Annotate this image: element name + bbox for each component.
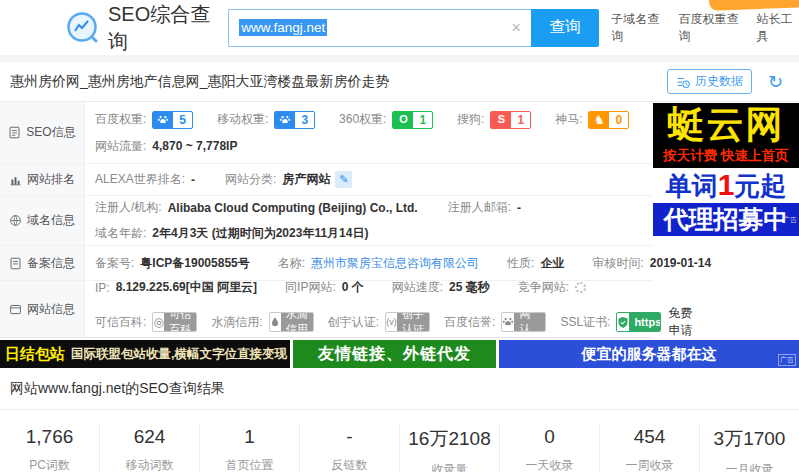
site-rank-label: 网站排名: [0, 164, 85, 195]
water-drop-icon: [270, 313, 281, 331]
history-list-clock-icon: [676, 75, 690, 89]
app-title: SEO综合查询: [108, 1, 214, 55]
360-icon: O: [393, 111, 413, 129]
loading-spinner-icon: [575, 282, 586, 293]
icp-number: 备案号: 粤ICP备19005855号: [95, 255, 250, 272]
v-circle-icon: (v): [386, 313, 397, 331]
refresh-icon[interactable]: ↻: [768, 73, 783, 91]
row-seo-info: SEO信息 百度权重: 5 移动权重:: [0, 102, 653, 164]
side-ad-price: 单词1元起: [653, 168, 799, 203]
baidu-paw-icon: [153, 111, 173, 129]
corner-ribbon: [709, 0, 799, 11]
search-bar: www.fangj.net × 查询: [228, 9, 599, 47]
shenma-weight-badge[interactable]: ♞ 0: [588, 111, 629, 129]
baidu-pc-weight-badge[interactable]: 5: [152, 111, 193, 129]
ad-tag: 广告: [778, 354, 796, 366]
icp-company-link[interactable]: 惠州市聚房宝信息咨询有限公司: [311, 255, 479, 272]
stat-backlinks[interactable]: - 反链数: [300, 424, 400, 472]
seo-info-label: SEO信息: [0, 102, 85, 163]
results-section: 网站www.fangj.net的SEO查询结果 1,766 PC词数 624 移…: [0, 368, 799, 472]
bottom-ad-cheap-servers[interactable]: 便宜的服务器都在这 广告: [499, 340, 799, 368]
baidu-paw-icon: [502, 313, 514, 331]
alexa-rank: ALEXA世界排名: -: [95, 171, 195, 188]
header-divider: [0, 55, 799, 62]
side-ad-banner[interactable]: 蜓云网 按天计费 快速上首页 单词1元起 代理招募中 广告: [653, 103, 799, 236]
baidu-mobile-weight-badge[interactable]: 3: [274, 111, 315, 129]
registrant: 注册人/机构: Alibaba Cloud Computing (Beijing…: [95, 199, 418, 216]
so360-weight-badge[interactable]: O 1: [392, 111, 433, 129]
water-drop-credit-badge[interactable]: 水滴信用: [269, 312, 314, 332]
results-title: 网站www.fangj.net的SEO查询结果: [0, 380, 799, 410]
ssl-cert: SSL证书: https: 免费申请: [560, 305, 701, 339]
search-input[interactable]: www.fangj.net ×: [228, 9, 531, 47]
row-icp-info: 备案信息 备案号: 粤ICP备19005855号 名称: 惠州市聚房宝信息咨询有…: [0, 246, 653, 281]
edit-icon: ✎: [339, 173, 348, 186]
ssl-https-badge[interactable]: https:: [616, 312, 660, 332]
same-ip-sites: 同IP网站: 0 个: [285, 279, 364, 296]
nav-subdomain-query[interactable]: 子域名查询: [611, 11, 664, 45]
baidu-paw-icon: [275, 111, 295, 129]
clear-icon[interactable]: ×: [511, 19, 521, 36]
sogou-weight: 搜狗: S 1: [457, 111, 531, 129]
globe-icon: [9, 214, 22, 227]
bottom-ad-daily-settlement[interactable]: 日结包站 国际联盟包站收量,横幅文字位直接变现: [0, 340, 290, 368]
file-icon: [9, 257, 22, 270]
metric-value: 3: [295, 113, 314, 127]
icp-info-label: 备案信息: [0, 246, 85, 280]
baidu-pc-weight: 百度权重: 5: [95, 111, 193, 129]
stat-homepage-position[interactable]: 1 首页位置: [200, 424, 300, 472]
header: SEO综合查询 www.fangj.net × 查询 子域名查询 百度权重查询 …: [0, 0, 799, 55]
domain-info-label: 域名信息: [0, 196, 85, 245]
stat-one-day-indexed[interactable]: 0 一天收录: [500, 424, 600, 472]
side-ad-slogan: 按天计费 快速上首页: [653, 147, 799, 165]
icp-nature: 性质: 企业: [507, 255, 564, 272]
info-table: SEO信息 百度权重: 5 移动权重:: [0, 102, 653, 338]
metric-value: 1: [413, 113, 432, 127]
bottom-ad-row: 日结包站 国际联盟包站收量,横幅文字位直接变现 友情链接、外链代发 便宜的服务器…: [0, 340, 799, 368]
baidu-official-badge[interactable]: 官网认证: [501, 312, 546, 332]
seo-query-page: SEO综合查询 www.fangj.net × 查询 子域名查询 百度权重查询 …: [0, 0, 799, 472]
header-nav: 子域名查询 百度权重查询 站长工具: [611, 11, 799, 45]
logo[interactable]: SEO综合查询: [66, 1, 214, 55]
stat-pc-keywords[interactable]: 1,766 PC词数: [0, 424, 100, 472]
cert-water-drop: 水滴信用: 水滴信用: [211, 312, 313, 332]
cert-chuangyu: 创宇认证: (v) 创宇认证: [328, 312, 430, 332]
metric-value: 5: [173, 113, 192, 127]
row-site-rank: 网站排名 ALEXA世界排名: - 网站分类: 房产网站 ✎: [0, 164, 653, 196]
nav-baidu-weight-query[interactable]: 百度权重查询: [679, 11, 743, 45]
stat-one-week-indexed[interactable]: 454 一周收录: [600, 424, 700, 472]
stat-indexed-pages[interactable]: 16万2108 收录量: [400, 424, 500, 472]
ssl-free-apply-link[interactable]: 免费申请: [669, 305, 701, 339]
site-speed: 网站速度: 25 毫秒: [392, 279, 490, 296]
stats-grid: 1,766 PC词数 624 移动词数 1 首页位置 - 反链数 16万2108…: [0, 424, 799, 472]
nav-webmaster-tools[interactable]: 站长工具: [756, 11, 799, 45]
cert-trust-baike: 可信百科: ◎ 可信百科: [95, 312, 197, 332]
row-site-info: 网站信息 IP: 8.129.225.69[中国 阿里云] 同IP网站: 0 个…: [0, 281, 653, 338]
metric-value: 1: [511, 113, 530, 127]
baidu-mobile-weight: 移动权重: 3: [217, 111, 315, 129]
sogou-icon: S: [491, 111, 511, 129]
history-data-button[interactable]: 历史数据: [667, 69, 752, 94]
edit-category-button[interactable]: ✎: [335, 171, 352, 188]
search-input-value[interactable]: www.fangj.net: [239, 19, 327, 36]
sogou-weight-badge[interactable]: S 1: [490, 111, 531, 129]
ssl-shield-icon: [617, 313, 629, 331]
trust-baike-badge[interactable]: ◎ 可信百科: [152, 312, 197, 332]
competitor-sites: 竞争网站:: [518, 279, 586, 296]
query-button[interactable]: 查询: [531, 9, 599, 47]
site-traffic: 网站流量: 4,870 ~ 7,778IP: [95, 138, 237, 155]
side-ad-recruit: 代理招募中 广告: [653, 203, 799, 236]
site-category: 网站分类: 房产网站 ✎: [225, 171, 352, 188]
ad-tag: 广告: [783, 203, 797, 236]
ip-address: IP: 8.129.225.69[中国 阿里云]: [95, 279, 257, 296]
stat-one-month-indexed[interactable]: 3万1700 一月收录: [700, 424, 799, 472]
history-button-label: 历史数据: [695, 73, 743, 90]
document-icon: [8, 126, 21, 139]
shenma-icon: ♞: [589, 111, 609, 129]
chuangyu-cert-badge[interactable]: (v) 创宇认证: [385, 312, 430, 332]
stat-mobile-keywords[interactable]: 624 移动词数: [100, 424, 200, 472]
bottom-ad-friend-links[interactable]: 友情链接、外链代发: [293, 340, 496, 368]
cert-baidu-reputation: 百度信誉: 官网认证: [444, 312, 546, 332]
icp-audit-time: 审核时间: 2019-01-14: [592, 255, 711, 272]
bar-chart-icon: [9, 173, 22, 186]
